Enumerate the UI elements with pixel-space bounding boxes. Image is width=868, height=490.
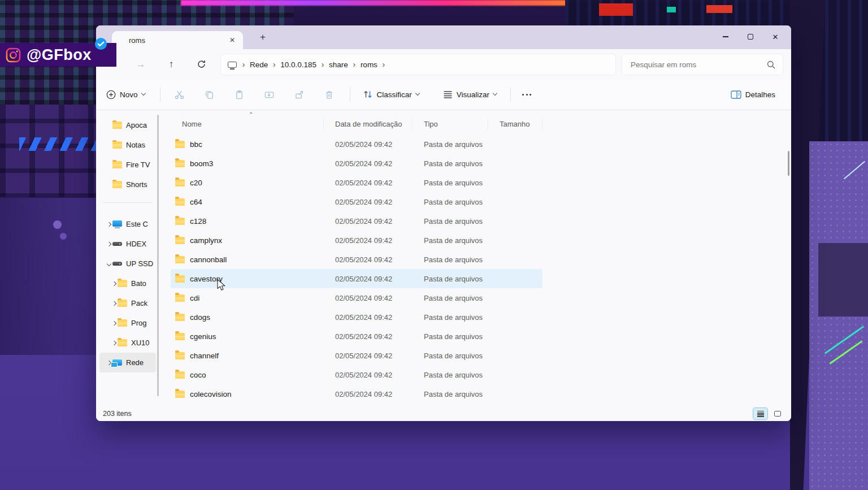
sidebar-item-bato[interactable]: Bato <box>99 274 156 293</box>
vertical-scrollbar[interactable] <box>788 151 789 176</box>
sort-button[interactable]: Classificar <box>363 89 419 99</box>
search-icon[interactable] <box>767 60 775 69</box>
file-name-cell: cgenius <box>171 332 324 341</box>
column-header-type[interactable]: Tipo <box>413 118 488 131</box>
file-row-boom3[interactable]: boom302/05/2024 09:42Pasta de arquivos <box>171 154 542 173</box>
chevron-right-icon <box>350 60 359 69</box>
details-view-toggle[interactable] <box>753 408 767 419</box>
instagram-handle: @GFbox <box>27 46 92 64</box>
folder-icon <box>175 333 185 340</box>
sidebar-item-label: HDEX <box>126 240 146 248</box>
sidebar-item-notas[interactable]: Notas <box>99 135 156 155</box>
up-button[interactable]: ↑ <box>165 49 177 79</box>
column-header-size[interactable]: Tamanho <box>488 118 542 131</box>
more-options-button[interactable] <box>521 89 532 100</box>
forward-button[interactable]: → <box>134 49 147 79</box>
new-tab-button[interactable]: + <box>255 30 270 45</box>
sidebar-item-fire-tv[interactable]: Fire TV <box>99 155 156 175</box>
file-modified-date: 02/05/2024 09:42 <box>324 217 413 226</box>
folder-icon <box>175 218 185 225</box>
file-name-cell: cdi <box>171 294 324 302</box>
file-row-c64[interactable]: c6402/05/2024 09:42Pasta de arquivos <box>171 192 542 211</box>
breadcrumb-item[interactable]: roms <box>359 60 379 69</box>
search-box[interactable] <box>622 54 783 75</box>
file-modified-date: 02/05/2024 09:42 <box>324 159 413 168</box>
file-row-cdogs[interactable]: cdogs02/05/2024 09:42Pasta de arquivos <box>171 307 542 327</box>
view-button[interactable]: Visualizar <box>443 90 497 99</box>
folder-icon <box>175 352 185 359</box>
file-modified-date: 02/05/2024 09:42 <box>324 294 413 302</box>
tab-roms[interactable]: roms ✕ <box>112 31 243 49</box>
chevron-right-icon[interactable] <box>106 221 112 227</box>
sidebar-item-label: Shorts <box>126 180 147 189</box>
minimize-button[interactable] <box>713 28 738 46</box>
folder-icon <box>112 181 122 188</box>
file-modified-date: 02/05/2024 09:42 <box>324 255 413 264</box>
details-pane-button[interactable]: Detalhes <box>731 90 775 99</box>
sort-ascending-icon: ⌃ <box>249 111 253 118</box>
sidebar-item-este-c[interactable]: Este C <box>99 214 156 234</box>
sidebar-item-rede[interactable]: Rede <box>99 353 156 372</box>
file-name: c64 <box>190 198 202 206</box>
file-name: bbc <box>190 140 202 149</box>
tab-close-icon[interactable]: ✕ <box>226 34 238 46</box>
new-button-label: Novo <box>120 90 138 99</box>
file-row-camplynx[interactable]: camplynx02/05/2024 09:42Pasta de arquivo… <box>171 231 542 250</box>
sidebar-item-pack[interactable]: Pack <box>99 293 156 313</box>
address-bar[interactable]: Rede10.0.0.185shareroms <box>220 54 616 75</box>
sidebar-item-hdex[interactable]: HDEX <box>99 234 156 254</box>
sidebar-item-prog[interactable]: Prog <box>99 313 156 333</box>
breadcrumb-item[interactable]: 10.0.0.185 <box>279 60 318 69</box>
file-row-c128[interactable]: c12802/05/2024 09:42Pasta de arquivos <box>171 211 542 231</box>
file-row-channelf[interactable]: channelf02/05/2024 09:42Pasta de arquivo… <box>171 346 542 365</box>
folder-icon <box>175 179 185 187</box>
minimize-icon <box>723 36 728 37</box>
breadcrumb-item[interactable]: share <box>327 60 350 69</box>
chevron-right-icon <box>318 60 327 69</box>
file-row-cgenius[interactable]: cgenius02/05/2024 09:42Pasta de arquivos <box>171 327 542 346</box>
search-input[interactable] <box>630 60 767 70</box>
column-header-name[interactable]: Nome <box>171 118 324 131</box>
command-toolbar: Novo <box>96 79 791 110</box>
file-name: coco <box>190 371 206 379</box>
sidebar-scrollbar[interactable] <box>157 115 159 396</box>
file-type: Pasta de arquivos <box>413 294 488 302</box>
close-button[interactable]: ✕ <box>763 28 788 46</box>
breadcrumb-item[interactable]: Rede <box>248 60 270 69</box>
file-row-colecovision[interactable]: colecovision02/05/2024 09:42Pasta de arq… <box>171 384 542 404</box>
file-type: Pasta de arquivos <box>413 332 488 341</box>
folder-icon <box>112 141 122 149</box>
file-modified-date: 02/05/2024 09:42 <box>324 352 413 360</box>
file-row-coco[interactable]: coco02/05/2024 09:42Pasta de arquivos <box>171 365 542 384</box>
file-type: Pasta de arquivos <box>413 236 488 245</box>
maximize-button[interactable] <box>738 28 763 46</box>
chevron-right-icon[interactable] <box>106 241 112 247</box>
file-row-bbc[interactable]: bbc02/05/2024 09:42Pasta de arquivos <box>171 135 542 154</box>
chevron-down-icon <box>415 91 420 96</box>
chevron-right-icon[interactable] <box>111 320 118 326</box>
sidebar-item-label: Este C <box>126 220 148 228</box>
sidebar-item-xu10[interactable]: XU10 <box>99 333 156 353</box>
view-toggles <box>753 408 784 419</box>
large-icons-view-toggle[interactable] <box>770 408 784 419</box>
copy-button <box>204 89 215 100</box>
chevron-right-icon[interactable] <box>111 280 118 287</box>
sidebar-item-up-ssd[interactable]: UP SSD <box>99 254 156 274</box>
new-button[interactable]: Novo <box>106 90 145 99</box>
chevron-right-icon[interactable] <box>111 340 118 346</box>
file-type: Pasta de arquivos <box>413 159 488 168</box>
column-header-modified[interactable]: Data de modificação <box>324 118 413 131</box>
file-row-c20[interactable]: c2002/05/2024 09:42Pasta de arquivos <box>171 173 542 192</box>
sidebar-item-apoca[interactable]: Apoca <box>99 115 156 135</box>
file-modified-date: 02/05/2024 09:42 <box>324 275 413 283</box>
network-icon <box>112 359 122 366</box>
chevron-down-icon[interactable] <box>106 261 112 267</box>
bg-hazard-stripes <box>19 137 102 151</box>
file-name: camplynx <box>190 236 222 245</box>
sidebar-item-label: Apoca <box>126 121 147 129</box>
refresh-button[interactable] <box>195 49 207 79</box>
sidebar-item-shorts[interactable]: Shorts <box>99 175 156 194</box>
file-row-cannonball[interactable]: cannonball02/05/2024 09:42Pasta de arqui… <box>171 250 542 269</box>
chevron-right-icon[interactable] <box>111 300 118 306</box>
file-name-cell: colecovision <box>171 390 324 398</box>
